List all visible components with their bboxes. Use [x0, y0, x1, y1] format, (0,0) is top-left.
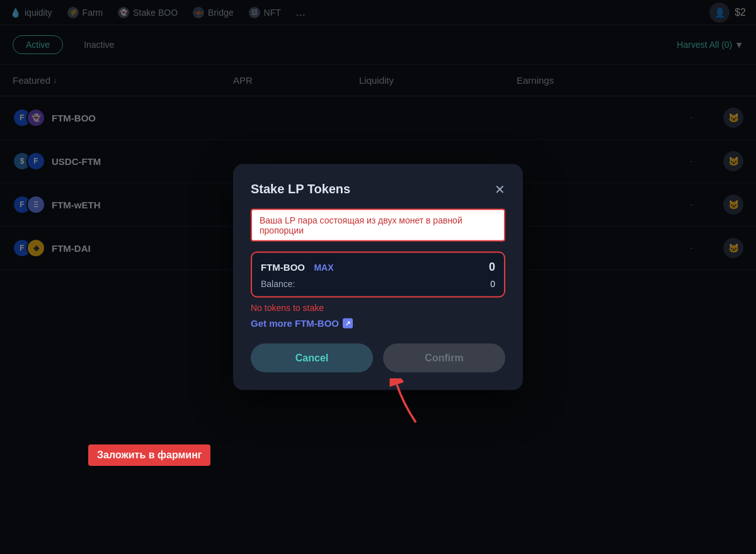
- input-pair-label: FTM-BOO: [261, 261, 305, 272]
- get-more-link[interactable]: Get more FTM-BOO ↗: [251, 318, 505, 329]
- stake-annotation-text: Заложить в фарминг: [97, 449, 202, 460]
- tooltip-banner: Ваша LP пара состоящая из двух монет в р…: [251, 209, 505, 242]
- modal-header: Stake LP Tokens ✕: [251, 182, 505, 196]
- modal-close-button[interactable]: ✕: [495, 183, 505, 195]
- modal-title: Stake LP Tokens: [251, 182, 350, 196]
- balance-label: Balance:: [261, 279, 295, 289]
- lp-input-box: FTM-BOO MAX 0 Balance: 0: [251, 252, 505, 298]
- cancel-button[interactable]: Cancel: [251, 344, 373, 373]
- input-value: 0: [489, 261, 495, 274]
- stake-lp-modal: Stake LP Tokens ✕ Ваша LP пара состоящая…: [233, 164, 523, 390]
- balance-value: 0: [490, 279, 495, 289]
- external-link-icon: ↗: [343, 318, 353, 328]
- balance-row: Balance: 0: [261, 279, 495, 289]
- input-row: FTM-BOO MAX 0: [261, 261, 495, 274]
- stake-annotation-label: Заложить в фарминг: [88, 444, 210, 466]
- max-button[interactable]: MAX: [314, 262, 333, 272]
- tooltip-text: Ваша LP пара состоящая из двух монет в р…: [260, 215, 462, 235]
- input-left: FTM-BOO MAX: [261, 261, 334, 273]
- get-more-label: Get more FTM-BOO: [251, 318, 339, 329]
- modal-buttons: Cancel Confirm: [251, 344, 505, 373]
- confirm-button[interactable]: Confirm: [383, 344, 505, 373]
- error-message: No tokens to stake: [251, 303, 505, 313]
